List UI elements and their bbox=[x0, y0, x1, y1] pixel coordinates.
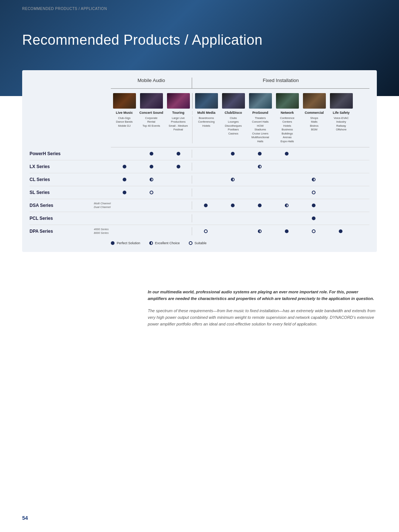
cell-4 bbox=[219, 150, 246, 158]
cell-3 bbox=[192, 188, 219, 197]
cell-3 bbox=[192, 227, 219, 235]
col-desc-concert_sound: Corporate Rental Top 40 Events bbox=[138, 116, 165, 144]
cell-8 bbox=[327, 201, 354, 209]
cell-0 bbox=[111, 227, 138, 235]
row-label-group-1: LX Series bbox=[30, 160, 111, 173]
row-label: DPA Series bbox=[30, 226, 92, 236]
cell-8 bbox=[327, 175, 354, 184]
col-desc-commercial: Shops Malls Bistros BGM bbox=[301, 116, 328, 144]
legend-item: Perfect Solution bbox=[111, 241, 140, 245]
cell-8 bbox=[327, 163, 354, 171]
cell-7 bbox=[300, 175, 327, 184]
dot-full bbox=[177, 165, 180, 168]
dot-half bbox=[231, 178, 235, 181]
cell-2 bbox=[165, 163, 192, 171]
col-image-life_safety bbox=[330, 93, 353, 109]
table-row: SL Series bbox=[30, 186, 369, 199]
col-header-life_safety: Life Safety bbox=[328, 111, 355, 115]
table-row: CL Series bbox=[30, 173, 369, 186]
cell-3 bbox=[192, 163, 219, 171]
legend-item: Suitable bbox=[189, 241, 207, 245]
col-image-multi_media bbox=[195, 93, 218, 109]
row-sublabel: 4000 Series 8000 Series bbox=[94, 228, 111, 235]
cell-0 bbox=[111, 150, 138, 158]
row-label: CL Series bbox=[30, 175, 92, 184]
row-label-group-4: DSA SeriesMulti Channel Dual Channel bbox=[30, 199, 111, 212]
col-header-concert_sound: Concert Sound bbox=[138, 111, 165, 115]
dot-full bbox=[123, 165, 126, 168]
col-headers-row: Live MusicConcert SoundTouringMulti Medi… bbox=[111, 111, 369, 116]
dot-full bbox=[285, 229, 289, 233]
cell-0 bbox=[111, 188, 138, 197]
cell-3 bbox=[192, 150, 219, 158]
col-img-concert_sound bbox=[138, 93, 165, 109]
col-desc-prosound: Theaters Concert Halls HOW Stadiums Crui… bbox=[247, 116, 274, 144]
legend-dot bbox=[189, 241, 192, 245]
row-sublabel: Multi Channel Dual Channel bbox=[94, 202, 111, 209]
dot-full bbox=[231, 152, 235, 156]
cell-1 bbox=[138, 175, 165, 184]
col-image-live_music bbox=[113, 93, 136, 109]
bottom-light-text: The spectrum of these requirements—from … bbox=[148, 308, 377, 327]
dot-full bbox=[150, 152, 153, 156]
cell-1 bbox=[138, 201, 165, 209]
dot-full bbox=[312, 216, 316, 220]
row-label-group-5: PCL Series bbox=[30, 212, 111, 225]
cell-1 bbox=[138, 150, 165, 158]
data-rows-container: PowerH SeriesLX SeriesCL SeriesSL Series… bbox=[30, 147, 369, 238]
dot-full bbox=[150, 165, 153, 168]
mobile-audio-label: Mobile Audio bbox=[137, 78, 165, 86]
dot-full bbox=[258, 204, 262, 207]
dot-half bbox=[258, 165, 262, 168]
category-header-row: Mobile Audio Fixed Installation bbox=[111, 78, 369, 89]
col-image-club_disco bbox=[222, 93, 245, 109]
col-image-concert_sound bbox=[140, 93, 163, 109]
col-img-commercial bbox=[301, 93, 328, 109]
cell-1 bbox=[138, 163, 165, 171]
col-header-live_music: Live Music bbox=[111, 111, 138, 115]
row-cells bbox=[111, 188, 369, 197]
cell-1 bbox=[138, 214, 165, 222]
legend-label: Excellent Choice bbox=[155, 241, 180, 245]
cell-8 bbox=[327, 214, 354, 222]
row-label-group-3: SL Series bbox=[30, 186, 111, 199]
desc-divider bbox=[192, 116, 192, 144]
row-cells bbox=[111, 175, 369, 184]
cell-8 bbox=[327, 150, 354, 158]
cell-1 bbox=[138, 188, 165, 197]
cell-7 bbox=[300, 227, 327, 235]
breadcrumb: Recommended Products / Application bbox=[0, 0, 399, 17]
cell-8 bbox=[327, 227, 354, 235]
row-label: PCL Series bbox=[30, 214, 92, 223]
row-cells bbox=[111, 201, 369, 209]
col-image-commercial bbox=[303, 93, 326, 109]
col-img-multi_media bbox=[193, 93, 220, 109]
cell-5 bbox=[246, 150, 273, 158]
dot-full bbox=[231, 204, 235, 207]
col-header-club_disco: Club/Disco bbox=[220, 111, 247, 115]
legend-row: Perfect SolutionExcellent ChoiceSuitable bbox=[111, 238, 369, 246]
cell-0 bbox=[111, 214, 138, 222]
dot-full bbox=[123, 191, 126, 194]
cell-5 bbox=[246, 201, 273, 209]
col-img-club_disco bbox=[220, 93, 247, 109]
col-image-prosound bbox=[249, 93, 272, 109]
col-desc-life_safety: Voice-EVAC Industry Railway Offshore bbox=[328, 116, 355, 144]
table-row: PCL Series bbox=[30, 212, 369, 225]
col-header-prosound: ProSound bbox=[247, 111, 274, 115]
legend-dot bbox=[111, 241, 115, 245]
legend-item: Excellent Choice bbox=[149, 241, 180, 245]
cell-2 bbox=[165, 150, 192, 158]
page-number: 54 bbox=[22, 515, 28, 521]
cell-3 bbox=[192, 175, 219, 184]
col-header-touring: Touring bbox=[165, 111, 192, 115]
cell-5 bbox=[246, 163, 273, 171]
section-divider bbox=[192, 93, 192, 109]
table-row: PowerH Series bbox=[30, 147, 369, 160]
cell-5 bbox=[246, 227, 273, 235]
cell-6 bbox=[273, 175, 300, 184]
dot-empty bbox=[150, 191, 153, 194]
cell-6 bbox=[273, 201, 300, 209]
dot-half bbox=[150, 178, 153, 181]
header-divider bbox=[192, 111, 192, 115]
